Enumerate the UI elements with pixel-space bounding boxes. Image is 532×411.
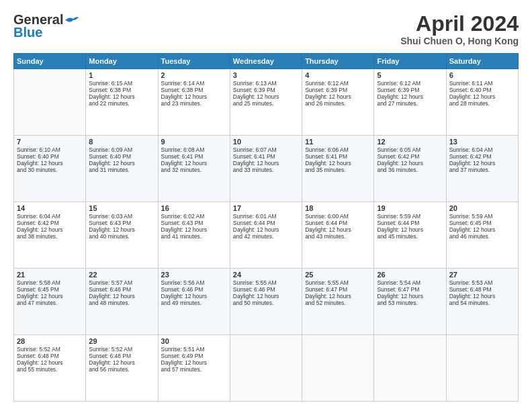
cell-text: and 32 minutes. <box>161 167 227 173</box>
cell-text: and 56 minutes. <box>89 366 154 373</box>
calendar-cell: 8Sunrise: 6:09 AMSunset: 6:40 PMDaylight… <box>86 136 158 202</box>
week-row-0: 1Sunrise: 6:15 AMSunset: 6:38 PMDaylight… <box>14 69 519 136</box>
cell-text: Daylight: 12 hours <box>17 160 83 167</box>
cell-text: and 54 minutes. <box>449 300 515 306</box>
cell-text: Sunrise: 6:06 AM <box>305 146 371 153</box>
week-row-3: 21Sunrise: 5:58 AMSunset: 6:45 PMDayligh… <box>14 269 519 335</box>
day-number: 30 <box>161 337 227 345</box>
cell-text: and 57 minutes. <box>161 366 227 373</box>
cell-text: and 45 minutes. <box>377 233 443 240</box>
title-block: April 2024 Shui Chuen O, Hong Kong <box>400 12 519 46</box>
day-number: 5 <box>377 71 443 79</box>
day-number: 19 <box>377 204 443 212</box>
cell-text: and 26 minutes. <box>305 100 371 107</box>
cell-text: Sunrise: 5:52 AM <box>17 346 83 353</box>
logo: General Blue <box>13 12 79 40</box>
cell-text: Daylight: 12 hours <box>449 160 515 167</box>
day-header-wednesday: Wednesday <box>230 54 302 69</box>
cell-text: Sunrise: 6:15 AM <box>89 80 154 87</box>
day-number: 4 <box>305 71 371 79</box>
calendar-header-row: SundayMondayTuesdayWednesdayThursdayFrid… <box>14 54 519 69</box>
calendar-cell: 1Sunrise: 6:15 AMSunset: 6:38 PMDaylight… <box>86 69 158 136</box>
cell-text: Sunset: 6:46 PM <box>233 286 299 293</box>
cell-text: Daylight: 12 hours <box>17 226 83 233</box>
logo-bird-icon <box>64 15 79 26</box>
calendar-cell: 6Sunrise: 6:11 AMSunset: 6:40 PMDaylight… <box>446 69 518 136</box>
calendar-cell: 2Sunrise: 6:14 AMSunset: 6:38 PMDaylight… <box>158 69 230 136</box>
calendar-cell: 16Sunrise: 6:02 AMSunset: 6:43 PMDayligh… <box>158 202 230 269</box>
cell-text: Sunrise: 6:03 AM <box>89 213 154 220</box>
cell-text: Sunrise: 6:10 AM <box>17 146 83 153</box>
day-header-friday: Friday <box>374 54 446 69</box>
calendar-cell: 7Sunrise: 6:10 AMSunset: 6:40 PMDaylight… <box>14 136 86 202</box>
cell-text: Sunset: 6:39 PM <box>305 87 371 93</box>
day-number: 14 <box>17 204 83 212</box>
cell-text: and 28 minutes. <box>449 100 515 107</box>
cell-text: and 37 minutes. <box>449 167 515 173</box>
page: General Blue April 2024 Shui Chuen O, Ho… <box>0 0 532 411</box>
calendar-cell: 3Sunrise: 6:13 AMSunset: 6:39 PMDaylight… <box>230 69 302 136</box>
day-number: 17 <box>233 204 299 212</box>
cell-text: Sunset: 6:38 PM <box>161 87 227 93</box>
month-title: April 2024 <box>400 12 519 36</box>
cell-text: and 42 minutes. <box>233 233 299 240</box>
calendar-cell: 14Sunrise: 6:04 AMSunset: 6:42 PMDayligh… <box>14 202 86 269</box>
cell-text: Sunset: 6:43 PM <box>161 220 227 226</box>
cell-text: Sunset: 6:42 PM <box>377 153 443 160</box>
cell-text: Sunrise: 6:08 AM <box>161 146 227 153</box>
week-row-1: 7Sunrise: 6:10 AMSunset: 6:40 PMDaylight… <box>14 136 519 202</box>
cell-text: Daylight: 12 hours <box>449 226 515 233</box>
day-number: 26 <box>377 271 443 279</box>
calendar-cell: 27Sunrise: 5:53 AMSunset: 6:48 PMDayligh… <box>446 269 518 335</box>
calendar-cell: 23Sunrise: 5:56 AMSunset: 6:46 PMDayligh… <box>158 269 230 335</box>
calendar-cell: 26Sunrise: 5:54 AMSunset: 6:47 PMDayligh… <box>374 269 446 335</box>
calendar-cell: 24Sunrise: 5:55 AMSunset: 6:46 PMDayligh… <box>230 269 302 335</box>
calendar-cell: 25Sunrise: 5:55 AMSunset: 6:47 PMDayligh… <box>302 269 374 335</box>
cell-text: Daylight: 12 hours <box>161 226 227 233</box>
day-number: 24 <box>233 271 299 279</box>
day-number: 12 <box>377 138 443 146</box>
cell-text: Sunrise: 5:51 AM <box>161 346 227 353</box>
calendar-cell: 20Sunrise: 5:59 AMSunset: 6:45 PMDayligh… <box>446 202 518 269</box>
cell-text: Daylight: 12 hours <box>161 359 227 366</box>
day-header-tuesday: Tuesday <box>158 54 230 69</box>
day-number: 15 <box>89 204 154 212</box>
day-number: 13 <box>449 138 515 146</box>
cell-text: Sunset: 6:46 PM <box>89 286 154 293</box>
day-number: 25 <box>305 271 371 279</box>
day-number: 28 <box>17 337 83 345</box>
cell-text: Sunrise: 6:07 AM <box>233 146 299 153</box>
calendar-cell: 11Sunrise: 6:06 AMSunset: 6:41 PMDayligh… <box>302 136 374 202</box>
cell-text: Daylight: 12 hours <box>305 93 371 100</box>
cell-text: Sunset: 6:48 PM <box>89 353 154 359</box>
calendar-table: SundayMondayTuesdayWednesdayThursdayFrid… <box>13 53 519 402</box>
cell-text: Daylight: 12 hours <box>17 359 83 366</box>
cell-text: Daylight: 12 hours <box>161 293 227 300</box>
cell-text: Daylight: 12 hours <box>449 93 515 100</box>
cell-text: Daylight: 12 hours <box>161 93 227 100</box>
cell-text: Sunset: 6:44 PM <box>233 220 299 226</box>
day-number: 27 <box>449 271 515 279</box>
calendar-cell: 13Sunrise: 6:04 AMSunset: 6:42 PMDayligh… <box>446 136 518 202</box>
cell-text: Daylight: 12 hours <box>89 226 154 233</box>
cell-text: and 41 minutes. <box>161 233 227 240</box>
day-number: 8 <box>89 138 154 146</box>
cell-text: Daylight: 12 hours <box>233 93 299 100</box>
cell-text: and 30 minutes. <box>17 167 83 173</box>
calendar-body: 1Sunrise: 6:15 AMSunset: 6:38 PMDaylight… <box>14 69 519 402</box>
cell-text: and 53 minutes. <box>377 300 443 306</box>
cell-text: and 23 minutes. <box>161 100 227 107</box>
cell-text: and 36 minutes. <box>377 167 443 173</box>
day-number: 20 <box>449 204 515 212</box>
cell-text: and 48 minutes. <box>89 300 154 306</box>
day-number: 22 <box>89 271 154 279</box>
calendar-cell: 17Sunrise: 6:01 AMSunset: 6:44 PMDayligh… <box>230 202 302 269</box>
cell-text: Sunrise: 5:54 AM <box>377 279 443 286</box>
cell-text: Sunset: 6:43 PM <box>89 220 154 226</box>
cell-text: Sunset: 6:44 PM <box>305 220 371 226</box>
cell-text: Sunrise: 5:55 AM <box>233 279 299 286</box>
cell-text: Sunrise: 5:55 AM <box>305 279 371 286</box>
cell-text: Sunset: 6:44 PM <box>377 220 443 226</box>
cell-text: Daylight: 12 hours <box>233 293 299 300</box>
cell-text: Daylight: 12 hours <box>377 226 443 233</box>
